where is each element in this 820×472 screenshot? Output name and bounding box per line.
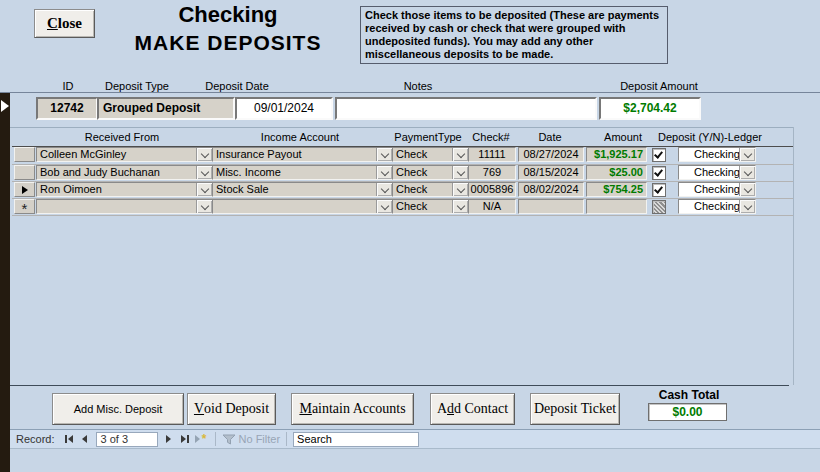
chevron-down-icon[interactable]: [376, 200, 392, 213]
chevron-down-icon[interactable]: [739, 148, 755, 161]
date-header: Date: [518, 131, 582, 143]
maintain-accounts-button[interactable]: Maintain Accounts: [291, 393, 414, 425]
make-deposits-form: Close Checking MAKE DEPOSITS Check those…: [0, 0, 820, 472]
next-record-button[interactable]: [161, 432, 177, 446]
payment-type-header: PaymentType: [392, 131, 464, 143]
deposit-amount-field[interactable]: $2,704.42: [599, 97, 701, 120]
chevron-down-icon[interactable]: [739, 183, 755, 196]
last-record-button[interactable]: [177, 432, 193, 446]
check-number-field[interactable]: 0005896: [468, 182, 516, 197]
received-from-combo[interactable]: [36, 199, 213, 214]
chevron-down-icon[interactable]: [196, 166, 212, 179]
date-field[interactable]: [518, 199, 584, 214]
chevron-down-icon[interactable]: [196, 200, 212, 213]
ledger-combo[interactable]: Checking: [678, 147, 756, 162]
deposit-checkbox[interactable]: [652, 148, 666, 162]
chevron-down-icon[interactable]: [452, 183, 468, 196]
chevron-down-icon[interactable]: [376, 166, 392, 179]
income-account-combo[interactable]: Insurance Payout: [212, 147, 393, 162]
chevron-down-icon[interactable]: [452, 166, 468, 179]
new-record-button[interactable]: *: [193, 432, 209, 446]
first-record-button[interactable]: [61, 432, 77, 446]
header-divider: [0, 92, 820, 93]
payment-type-combo[interactable]: Check: [392, 182, 469, 197]
search-input[interactable]: [293, 432, 419, 447]
record-navigation-bar: Record: 3 of 3 * No Filter: [10, 429, 820, 449]
deposit-ledger-header: Deposit (Y/N)-Ledger: [652, 131, 768, 143]
received-from-combo[interactable]: Bob and Judy Buchanan: [36, 165, 213, 180]
notes-label: Notes: [398, 80, 438, 92]
id-field[interactable]: 12742: [36, 97, 98, 120]
income-account-combo[interactable]: [212, 199, 393, 214]
chevron-down-icon[interactable]: [376, 183, 392, 196]
date-field[interactable]: 08/27/2024: [518, 147, 584, 162]
amount-header: Amount: [586, 131, 642, 143]
subform-top-border: [10, 127, 793, 128]
current-record-icon: [22, 186, 28, 194]
void-deposit-button[interactable]: Void Deposit: [187, 393, 276, 425]
date-field[interactable]: 08/15/2024: [518, 165, 584, 180]
deposit-checkbox[interactable]: [652, 200, 666, 214]
chevron-down-icon[interactable]: [452, 148, 468, 161]
payment-type-combo[interactable]: Check: [392, 199, 469, 214]
deposit-type-label: Deposit Type: [97, 80, 177, 92]
notes-field[interactable]: [335, 97, 597, 120]
table-row: Ron Oimoen Stock Sale Check 0005896 08/0…: [12, 182, 793, 199]
id-label: ID: [53, 80, 83, 92]
check-number-field[interactable]: 11111: [468, 147, 516, 162]
check-number-field[interactable]: N/A: [468, 199, 516, 214]
amount-field[interactable]: $25.00: [586, 165, 647, 180]
amount-field[interactable]: [586, 199, 647, 214]
record-position-box[interactable]: 3 of 3: [96, 432, 158, 447]
current-record-icon: [1, 100, 9, 112]
amount-field[interactable]: $754.25: [586, 182, 647, 197]
payment-type-combo[interactable]: Check: [392, 165, 469, 180]
deposit-ticket-button[interactable]: Deposit Ticket: [530, 393, 620, 425]
income-account-combo[interactable]: Misc. Income: [212, 165, 393, 180]
add-misc-deposit-button[interactable]: Add Misc. Deposit: [52, 393, 184, 425]
row-selector[interactable]: [14, 147, 35, 162]
row-selector[interactable]: [14, 182, 35, 197]
payment-type-combo[interactable]: Check: [392, 147, 469, 162]
filter-funnel-icon[interactable]: [222, 434, 236, 445]
cash-total-field: $0.00: [648, 403, 727, 421]
subform-right-border: [793, 127, 794, 385]
chevron-down-icon[interactable]: [196, 183, 212, 196]
deposit-amount-label: Deposit Amount: [617, 80, 701, 92]
deposit-date-field[interactable]: 09/01/2024: [235, 97, 333, 120]
chevron-down-icon[interactable]: [196, 148, 212, 161]
chevron-down-icon[interactable]: [376, 148, 392, 161]
table-row-new: * Check N/A Checking: [12, 199, 793, 216]
chevron-down-icon[interactable]: [739, 200, 755, 213]
chevron-down-icon[interactable]: [452, 200, 468, 213]
row-selector[interactable]: *: [14, 199, 35, 214]
no-filter-label[interactable]: No Filter: [239, 433, 281, 445]
chevron-down-icon[interactable]: [739, 166, 755, 179]
check-number-field[interactable]: 769: [468, 165, 516, 180]
add-contact-button[interactable]: Add Contact: [430, 393, 515, 425]
close-button[interactable]: Close: [34, 9, 95, 38]
amount-field[interactable]: $1,925.17: [586, 147, 647, 162]
deposit-checkbox[interactable]: [652, 166, 666, 180]
received-from-combo[interactable]: Colleen McGinley: [36, 147, 213, 162]
received-from-combo[interactable]: Ron Oimoen: [36, 182, 213, 197]
table-row: Colleen McGinley Insurance Payout Check …: [12, 147, 793, 164]
row-selector[interactable]: [14, 165, 35, 180]
check-number-header: Check#: [468, 131, 514, 143]
account-title: Checking: [93, 2, 363, 28]
previous-record-button[interactable]: [77, 432, 93, 446]
income-account-header: Income Account: [212, 131, 388, 143]
ledger-combo[interactable]: Checking: [678, 182, 756, 197]
row-divider: [12, 215, 793, 216]
footer-divider: [10, 385, 789, 386]
deposit-checkbox[interactable]: [652, 183, 666, 197]
date-field[interactable]: 08/02/2024: [518, 182, 584, 197]
received-from-header: Received From: [36, 131, 208, 143]
record-nav-label: Record:: [16, 433, 55, 445]
form-record-selector-bar[interactable]: [0, 93, 10, 472]
ledger-combo[interactable]: Checking: [678, 199, 756, 214]
deposit-type-field[interactable]: Grouped Deposit: [97, 97, 235, 120]
nav-separator: [286, 432, 287, 446]
income-account-combo[interactable]: Stock Sale: [212, 182, 393, 197]
ledger-combo[interactable]: Checking: [678, 165, 756, 180]
